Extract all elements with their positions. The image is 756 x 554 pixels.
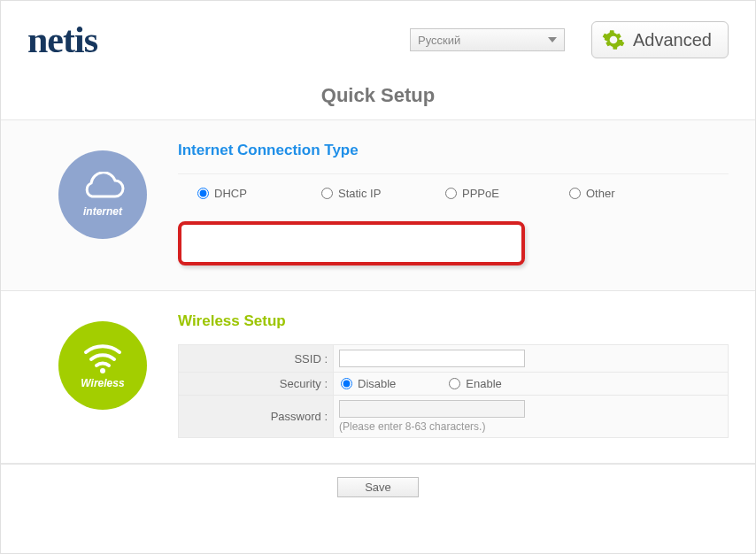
svg-point-0 — [100, 368, 105, 373]
password-label: Password : — [179, 396, 334, 438]
radio-security-disable[interactable]: Disable — [341, 377, 396, 390]
radio-dhcp[interactable]: DHCP — [197, 187, 321, 200]
radio-enable-input[interactable] — [449, 378, 460, 389]
chevron-down-icon — [548, 37, 557, 42]
radio-security-enable[interactable]: Enable — [449, 377, 501, 390]
internet-title: Internet Connection Type — [178, 142, 729, 159]
radio-other-input[interactable] — [569, 188, 581, 199]
advanced-label: Advanced — [633, 30, 712, 50]
language-selected: Русский — [418, 34, 460, 47]
page-title-bar: Quick Setup — [1, 77, 755, 120]
wireless-section: Wireless Wireless Setup SSID : Security … — [1, 291, 755, 464]
wireless-icon-label: Wireless — [81, 377, 124, 389]
security-label: Security : — [179, 373, 334, 396]
radio-disable-input[interactable] — [341, 378, 352, 389]
internet-section: internet Internet Connection Type DHCP S… — [1, 120, 755, 291]
internet-icon-label: internet — [83, 205, 122, 218]
connection-type-radios: DHCP Static IP PPPoE Other — [178, 187, 729, 200]
gear-icon — [601, 27, 626, 52]
ssid-input[interactable] — [339, 350, 525, 367]
footer: Save — [1, 464, 755, 510]
page-title: Quick Setup — [1, 84, 755, 107]
wireless-icon: Wireless — [58, 321, 147, 410]
radio-static[interactable]: Static IP — [321, 187, 445, 200]
language-select[interactable]: Русский — [410, 28, 565, 51]
highlight-box — [178, 221, 525, 265]
radio-other[interactable]: Other — [569, 187, 693, 200]
radio-pppoe-input[interactable] — [445, 188, 457, 199]
internet-icon: internet — [58, 150, 147, 239]
password-hint: (Please enter 8-63 characters.) — [339, 420, 722, 433]
password-input[interactable] — [339, 400, 525, 418]
radio-dhcp-input[interactable] — [197, 188, 209, 199]
header: netis Русский Advanced — [1, 1, 755, 77]
radio-static-input[interactable] — [321, 188, 333, 199]
save-button[interactable]: Save — [337, 477, 419, 497]
wireless-title: Wireless Setup — [178, 312, 729, 330]
ssid-label: SSID : — [179, 345, 334, 373]
advanced-button[interactable]: Advanced — [591, 21, 729, 58]
brand-logo: netis — [27, 19, 97, 61]
radio-pppoe[interactable]: PPPoE — [445, 187, 569, 200]
